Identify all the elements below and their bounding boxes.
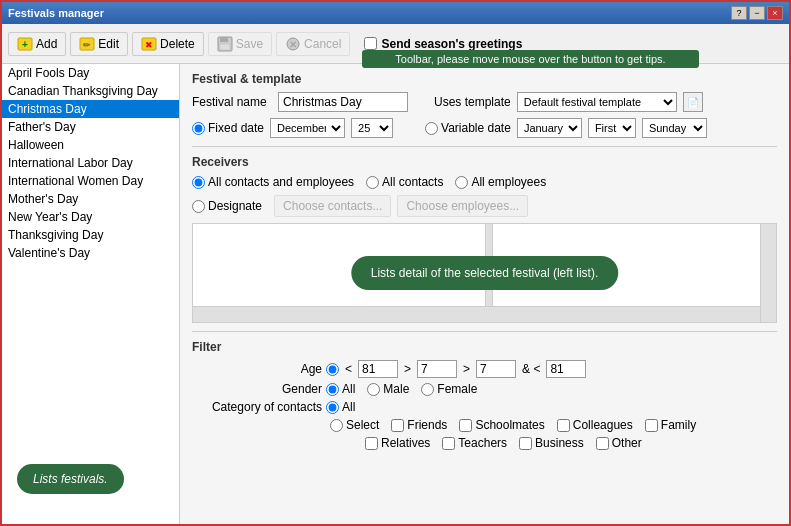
all-contacts-radio[interactable] [366, 176, 379, 189]
age-gt-input[interactable] [417, 360, 457, 378]
festival-name-input[interactable] [278, 92, 408, 112]
list-item[interactable]: International Labor Day [2, 154, 179, 172]
cancel-button[interactable]: ✕ Cancel [276, 32, 350, 56]
toolbar-tip: Toolbar, please move mouse over the butt… [362, 50, 699, 68]
svg-text:✖: ✖ [145, 40, 153, 50]
all-contacts-radio-item: All contacts [366, 175, 443, 189]
gender-male-item: Male [367, 382, 409, 396]
svg-text:✏: ✏ [83, 40, 91, 50]
save-icon [217, 36, 233, 52]
business-checkbox[interactable] [519, 437, 532, 450]
age-label: Age [192, 362, 322, 376]
list-item[interactable]: Father's Day [2, 118, 179, 136]
toolbar: + Add ✏ Edit ✖ Delete [2, 24, 789, 64]
designate-radio[interactable] [192, 200, 205, 213]
all-contacts-label: All contacts [382, 175, 443, 189]
teachers-label: Teachers [458, 436, 507, 450]
age-gt2-input[interactable] [476, 360, 516, 378]
list-item[interactable]: International Women Day [2, 172, 179, 190]
add-button[interactable]: + Add [8, 32, 66, 56]
designate-label: Designate [208, 199, 262, 213]
list-item[interactable]: Mother's Day [2, 190, 179, 208]
variable-date-label: Variable date [441, 121, 511, 135]
all-contacts-employees-radio[interactable] [192, 176, 205, 189]
age-lt-input[interactable] [358, 360, 398, 378]
help-button[interactable]: ? [731, 6, 747, 20]
main-window: Festivals manager ? − × + Add ✏ [0, 0, 791, 526]
colleagues-checkbox[interactable] [557, 419, 570, 432]
schoolmates-checkbox[interactable] [459, 419, 472, 432]
relatives-checkbox[interactable] [365, 437, 378, 450]
festival-template-title: Festival & template [192, 72, 777, 86]
list-item-selected[interactable]: Christmas Day [2, 100, 179, 118]
title-bar: Festivals manager ? − × [2, 2, 789, 24]
schoolmates-item: Schoolmates [459, 418, 544, 432]
send-greetings-checkbox[interactable] [364, 37, 377, 50]
schoolmates-label: Schoolmates [475, 418, 544, 432]
all-contacts-employees-label: All contacts and employees [208, 175, 354, 189]
receivers-title: Receivers [192, 155, 777, 169]
age-radio-input[interactable] [326, 363, 339, 376]
category-all-item: All [326, 400, 355, 414]
festival-name-row: Festival name Uses template Default fest… [192, 92, 777, 112]
age-andlt-input[interactable] [546, 360, 586, 378]
list-item[interactable]: Halloween [2, 136, 179, 154]
gender-radio-group: All Male Female [326, 382, 477, 396]
gender-all-radio[interactable] [326, 383, 339, 396]
other-label: Other [612, 436, 642, 450]
delete-label: Delete [160, 37, 195, 51]
edit-button[interactable]: ✏ Edit [70, 32, 128, 56]
minimize-button[interactable]: − [749, 6, 765, 20]
choose-contacts-button[interactable]: Choose contacts... [274, 195, 391, 217]
save-button[interactable]: Save [208, 32, 272, 56]
template-select[interactable]: Default festival template [517, 92, 677, 112]
add-label: Add [36, 37, 57, 51]
all-employees-radio[interactable] [455, 176, 468, 189]
month-select[interactable]: December [270, 118, 345, 138]
family-checkbox[interactable] [645, 419, 658, 432]
other-checkbox[interactable] [596, 437, 609, 450]
close-button[interactable]: × [767, 6, 783, 20]
list-item[interactable]: Canadian Thanksgiving Day [2, 82, 179, 100]
variable-date-radio[interactable] [425, 122, 438, 135]
category-all-radio[interactable] [326, 401, 339, 414]
variable-order-select[interactable]: First [588, 118, 636, 138]
detail-scroll-h[interactable] [193, 306, 760, 322]
list-item[interactable]: New Year's Day [2, 208, 179, 226]
template-browse-button[interactable]: 📄 [683, 92, 703, 112]
gender-row: Gender All Male Female [192, 382, 777, 396]
fixed-date-radio[interactable] [192, 122, 205, 135]
gender-male-radio[interactable] [367, 383, 380, 396]
list-item[interactable]: Thanksgiving Day [2, 226, 179, 244]
detail-scroll-v[interactable] [760, 224, 776, 322]
fixed-date-radio-item: Fixed date [192, 121, 264, 135]
category-all-label: All [342, 400, 355, 414]
variable-month-select[interactable]: January [517, 118, 582, 138]
variable-day-select[interactable]: Sunday [642, 118, 707, 138]
svg-text:✕: ✕ [289, 39, 297, 50]
detail-area: Lists detail of the selected festival (l… [192, 223, 777, 323]
category-select-row2: Relatives Teachers Business Other [198, 436, 777, 450]
friends-checkbox[interactable] [391, 419, 404, 432]
window-title: Festivals manager [8, 7, 104, 19]
relatives-label: Relatives [381, 436, 430, 450]
receivers-radio-group: All contacts and employees All contacts … [192, 175, 546, 189]
age-radio [326, 363, 339, 376]
lists-festivals-tooltip: Lists festivals. [17, 464, 124, 494]
list-item[interactable]: Valentine's Day [2, 244, 179, 262]
gender-label: Gender [192, 382, 322, 396]
choose-employees-button[interactable]: Choose employees... [397, 195, 528, 217]
list-item[interactable]: April Fools Day [2, 64, 179, 82]
filter-section: Filter Age < > > & < [192, 340, 777, 450]
send-greetings-label[interactable]: Send season's greetings [364, 37, 522, 51]
day-select[interactable]: 25 [351, 118, 393, 138]
age-row: Age < > > & < [192, 360, 777, 378]
delete-button[interactable]: ✖ Delete [132, 32, 204, 56]
colleagues-label: Colleagues [573, 418, 633, 432]
gender-female-radio[interactable] [421, 383, 434, 396]
category-select-radio[interactable] [330, 419, 343, 432]
all-employees-radio-item: All employees [455, 175, 546, 189]
teachers-checkbox[interactable] [442, 437, 455, 450]
category-row: Category of contacts All [192, 400, 777, 414]
designate-row: Designate Choose contacts... Choose empl… [192, 195, 777, 217]
